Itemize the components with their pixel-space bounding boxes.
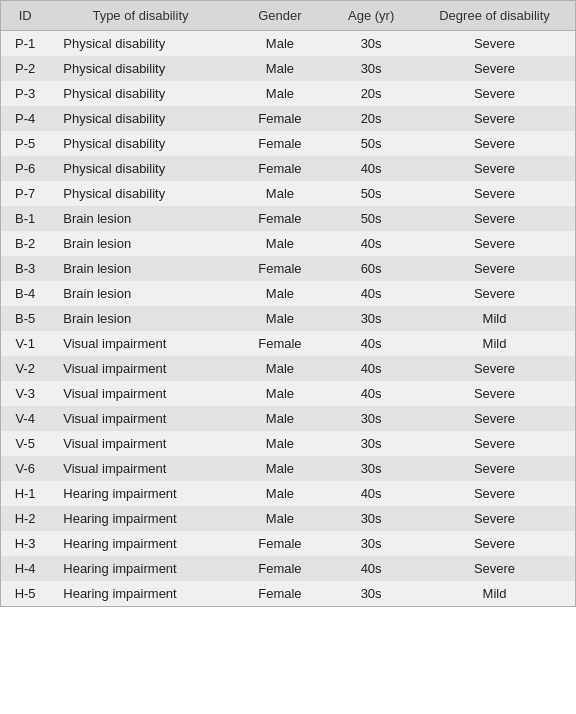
cell-gender: Female (232, 106, 329, 131)
cell-degree: Severe (414, 131, 575, 156)
cell-gender: Male (232, 231, 329, 256)
cell-gender: Female (232, 331, 329, 356)
cell-degree: Mild (414, 331, 575, 356)
cell-degree: Severe (414, 156, 575, 181)
table-row: P-1Physical disabilityMale30sSevere (1, 31, 575, 57)
table-row: B-1Brain lesionFemale50sSevere (1, 206, 575, 231)
cell-type: Hearing impairment (49, 581, 231, 606)
cell-type: Visual impairment (49, 406, 231, 431)
table-row: H-1Hearing impairmentMale40sSevere (1, 481, 575, 506)
cell-gender: Male (232, 456, 329, 481)
cell-type: Hearing impairment (49, 556, 231, 581)
table-row: P-2Physical disabilityMale30sSevere (1, 56, 575, 81)
cell-age: 20s (328, 81, 414, 106)
col-header-degree: Degree of disability (414, 1, 575, 31)
cell-gender: Female (232, 556, 329, 581)
cell-degree: Severe (414, 106, 575, 131)
cell-gender: Female (232, 206, 329, 231)
cell-type: Hearing impairment (49, 481, 231, 506)
table-row: P-6Physical disabilityFemale40sSevere (1, 156, 575, 181)
cell-gender: Female (232, 581, 329, 606)
cell-id: B-5 (1, 306, 49, 331)
cell-degree: Severe (414, 406, 575, 431)
col-header-type: Type of disability (49, 1, 231, 31)
cell-age: 30s (328, 406, 414, 431)
disability-table-container: ID Type of disability Gender Age (yr) De… (0, 0, 576, 607)
cell-gender: Male (232, 481, 329, 506)
cell-gender: Male (232, 306, 329, 331)
cell-type: Physical disability (49, 106, 231, 131)
cell-age: 40s (328, 281, 414, 306)
table-row: V-6Visual impairmentMale30sSevere (1, 456, 575, 481)
cell-degree: Severe (414, 56, 575, 81)
cell-age: 30s (328, 456, 414, 481)
cell-age: 50s (328, 206, 414, 231)
cell-gender: Male (232, 31, 329, 57)
col-header-id: ID (1, 1, 49, 31)
table-row: H-4Hearing impairmentFemale40sSevere (1, 556, 575, 581)
cell-gender: Female (232, 131, 329, 156)
cell-type: Visual impairment (49, 331, 231, 356)
cell-age: 40s (328, 356, 414, 381)
cell-id: V-1 (1, 331, 49, 356)
table-row: V-3Visual impairmentMale40sSevere (1, 381, 575, 406)
cell-gender: Male (232, 431, 329, 456)
disability-table: ID Type of disability Gender Age (yr) De… (1, 1, 575, 606)
cell-degree: Severe (414, 356, 575, 381)
cell-id: P-4 (1, 106, 49, 131)
table-row: B-3Brain lesionFemale60sSevere (1, 256, 575, 281)
col-header-age: Age (yr) (328, 1, 414, 31)
cell-gender: Male (232, 381, 329, 406)
cell-id: V-3 (1, 381, 49, 406)
cell-degree: Severe (414, 256, 575, 281)
cell-age: 30s (328, 581, 414, 606)
cell-type: Visual impairment (49, 356, 231, 381)
cell-degree: Severe (414, 456, 575, 481)
cell-id: P-7 (1, 181, 49, 206)
cell-degree: Severe (414, 206, 575, 231)
table-row: V-1Visual impairmentFemale40sMild (1, 331, 575, 356)
cell-type: Physical disability (49, 56, 231, 81)
cell-degree: Severe (414, 506, 575, 531)
cell-degree: Severe (414, 381, 575, 406)
table-row: H-2Hearing impairmentMale30sSevere (1, 506, 575, 531)
cell-id: P-2 (1, 56, 49, 81)
cell-type: Hearing impairment (49, 531, 231, 556)
table-row: P-5Physical disabilityFemale50sSevere (1, 131, 575, 156)
cell-degree: Severe (414, 181, 575, 206)
table-row: H-3Hearing impairmentFemale30sSevere (1, 531, 575, 556)
cell-gender: Female (232, 256, 329, 281)
cell-age: 30s (328, 431, 414, 456)
cell-degree: Severe (414, 281, 575, 306)
cell-degree: Severe (414, 31, 575, 57)
cell-id: V-4 (1, 406, 49, 431)
table-row: V-2Visual impairmentMale40sSevere (1, 356, 575, 381)
cell-age: 50s (328, 131, 414, 156)
table-row: H-5Hearing impairmentFemale30sMild (1, 581, 575, 606)
table-row: P-4Physical disabilityFemale20sSevere (1, 106, 575, 131)
table-row: B-2Brain lesionMale40sSevere (1, 231, 575, 256)
cell-gender: Male (232, 181, 329, 206)
cell-age: 40s (328, 381, 414, 406)
cell-age: 30s (328, 56, 414, 81)
cell-type: Hearing impairment (49, 506, 231, 531)
cell-gender: Male (232, 356, 329, 381)
cell-id: H-1 (1, 481, 49, 506)
cell-type: Visual impairment (49, 431, 231, 456)
cell-type: Brain lesion (49, 281, 231, 306)
cell-age: 40s (328, 156, 414, 181)
cell-id: V-6 (1, 456, 49, 481)
cell-id: P-6 (1, 156, 49, 181)
cell-degree: Mild (414, 306, 575, 331)
cell-gender: Male (232, 281, 329, 306)
table-row: V-4Visual impairmentMale30sSevere (1, 406, 575, 431)
table-row: B-4Brain lesionMale40sSevere (1, 281, 575, 306)
cell-id: V-5 (1, 431, 49, 456)
table-header-row: ID Type of disability Gender Age (yr) De… (1, 1, 575, 31)
cell-id: H-4 (1, 556, 49, 581)
table-row: P-7Physical disabilityMale50sSevere (1, 181, 575, 206)
cell-age: 30s (328, 506, 414, 531)
cell-age: 30s (328, 31, 414, 57)
cell-degree: Severe (414, 81, 575, 106)
cell-type: Physical disability (49, 81, 231, 106)
